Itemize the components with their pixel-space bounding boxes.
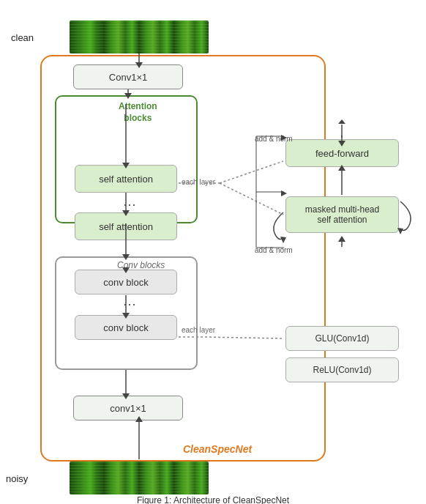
cleanspecnet-label: CleanSpecNet xyxy=(183,443,252,455)
conv-blocks-label: Conv blocks xyxy=(117,260,165,270)
clean-spectrogram xyxy=(70,21,209,53)
masked-attn-label: masked multi-head self attention xyxy=(305,204,379,225)
dots-conv: ⋯ xyxy=(123,296,138,312)
feed-forward-label: feed-forward xyxy=(315,148,369,159)
conv-block-1-label: conv block xyxy=(103,277,148,288)
each-layer-top-label: each layer xyxy=(182,178,215,186)
conv-block-2-box: conv block xyxy=(75,315,177,340)
self-attention-1-box: self attention xyxy=(75,165,177,193)
conv1x1-top-box: Conv1×1 xyxy=(73,64,183,89)
svg-marker-27 xyxy=(338,119,345,124)
conv1x1-top-label: Conv1×1 xyxy=(109,72,147,83)
self-attention-1-label: self attention xyxy=(99,174,153,185)
feed-forward-box: feed-forward xyxy=(285,139,399,167)
self-attention-2-label: self attention xyxy=(99,221,153,232)
caption: Figure 1: Architecture of CleanSpecNet xyxy=(137,495,289,504)
noisy-spectrogram xyxy=(70,462,209,494)
relu-label: ReLU(Conv1d) xyxy=(313,365,371,375)
masked-attn-box: masked multi-head self attention xyxy=(285,196,399,233)
dots-attention: ⋯ xyxy=(123,196,138,212)
clean-label: clean xyxy=(11,32,34,43)
conv-block-2-label: conv block xyxy=(103,322,148,333)
each-layer-bottom-label: each layer xyxy=(182,326,215,334)
conv-block-1-box: conv block xyxy=(75,270,177,294)
glu-box: GLU(Conv1d) xyxy=(285,326,399,351)
conv1x1-bottom-label: conv1×1 xyxy=(110,403,146,414)
noisy-label: noisy xyxy=(6,473,28,484)
attention-blocks-label: Attention blocks xyxy=(119,101,157,124)
glu-label: GLU(Conv1d) xyxy=(315,333,369,344)
conv1x1-bottom-box: conv1×1 xyxy=(73,396,183,420)
svg-marker-31 xyxy=(338,236,345,242)
add-norm-top-label: add & norm xyxy=(255,135,293,143)
diagram-container: clean noisy CleanSpecNet Conv1×1 Attenti… xyxy=(0,7,426,504)
self-attention-2-box: self attention xyxy=(75,212,177,240)
relu-box: ReLU(Conv1d) xyxy=(285,357,399,382)
add-norm-bottom-label: add & norm xyxy=(255,246,293,254)
